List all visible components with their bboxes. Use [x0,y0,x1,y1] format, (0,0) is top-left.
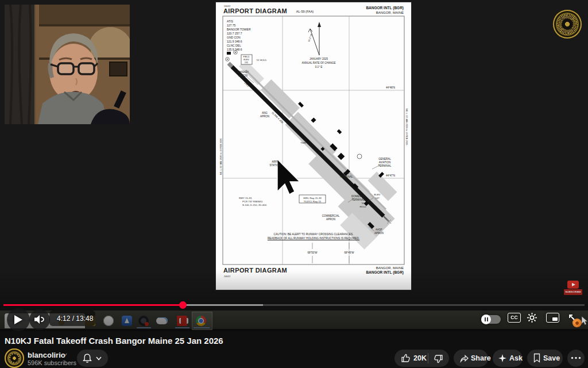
diagram-label: NE-1, 22 JAN 2026 to 19 FEB 2026 [220,139,222,175]
diagram-graphics [216,2,411,290]
diagram-label: PCR 737 R/B/W/U [242,201,262,203]
captions-button[interactable]: CC [508,313,521,323]
diagram-label: 44°48'N [386,87,395,90]
diagram-label: HOLD [359,206,366,208]
diagram-label: ANG [262,112,268,115]
bookmark-icon [533,353,541,363]
desktop-cursor-icon [582,316,588,325]
presenter-illustration [5,5,130,124]
diagram-label: 68°49'W [345,252,354,255]
time-display: 4:12 / 13:48 [57,315,93,323]
diagram-label: 135.9 348.6 [227,48,242,51]
diagram-label: STATION [270,164,281,167]
volume-icon[interactable] [34,315,45,324]
sparkle-icon [498,354,506,362]
more-dots-icon [571,356,581,359]
diagram-label: APRON [374,232,384,235]
diagram-label: APRON [238,75,247,78]
webcam-overlay [5,5,130,124]
diagram-label: AASF [376,229,382,232]
miniplayer-button[interactable] [546,313,559,323]
save-button[interactable]: Save [527,350,563,367]
channel-avatar[interactable] [5,348,24,368]
channel-watermark-logo[interactable] [553,10,582,39]
progress-bar[interactable] [3,304,585,306]
ask-button[interactable]: Ask [493,350,523,367]
diagram-label: 120.7 257.7 [227,32,242,35]
diagram-label: S-100, D-210, 2D-400 [242,204,266,206]
youtube-logo-icon [567,281,579,289]
diagram-label: TWR [300,142,306,144]
diagram-label: ARFF [272,161,278,164]
diagram-label: '15' HOLD [256,59,266,62]
settings-gear-icon[interactable] [527,312,537,323]
pill-divider [428,353,428,363]
diagram-label: 147 [375,197,379,200]
share-label: Share [471,354,491,362]
video-mouse-cursor [277,159,300,194]
verified-badge-icon: ✓ [63,352,68,358]
diagram-label: WHISKEY [237,71,249,74]
diagram-label: TERMINAL [340,176,353,179]
diagram-label: AVIATION [379,162,390,164]
taskbar-underline [175,327,189,328]
diagram-label: 121.9 348.6 [227,40,242,43]
subscribe-badge-label: SUBSCRIBE [564,289,582,295]
diagram-label: BANGOR, MAINE [376,11,404,14]
diagram-label: 44°47'N [386,175,395,178]
diagram-label: AIRPORT DIAGRAM [223,267,287,274]
diagram-label: RWY 15-33 [239,197,252,200]
chrome-icon [196,316,206,326]
subscriber-count: 596K subscribers [28,359,76,366]
share-icon [459,353,469,363]
diagram-label: BANGOR INTL (BGR) [366,6,404,10]
autoplay-knob [481,315,491,324]
diagram-label: APRON [260,116,269,118]
diagram-label: ANNUAL RATE OF CHANGE [301,62,335,65]
diagram-label: 192 [245,62,248,64]
video-player[interactable]: 24022AIRPORT DIAGRAMAL-59 (FAA)BANGOR IN… [0,0,588,331]
more-actions-button[interactable] [567,350,585,367]
airport-diagram-sheet: 24022AIRPORT DIAGRAMAL-59 (FAA)BANGOR IN… [216,2,411,290]
save-label: Save [543,354,560,362]
ask-label: Ask [509,354,523,362]
diagram-label: BANGOR, MAINE [376,266,404,270]
diagram-label: 0.1° E [315,66,322,69]
thumbs-down-icon[interactable] [434,354,443,364]
diagram-label: CLNC DEL [227,44,241,47]
diagram-label: 24022 [224,275,230,278]
youtube-watch-page: 24022AIRPORT DIAGRAMAL-59 (FAA)BANGOR IN… [0,0,588,368]
subscribe-badge[interactable]: SUBSCRIBE [564,280,582,297]
diagram-label: CAUTION: BE ALERT TO RUNWAY CROSSING CLE… [274,233,354,236]
autoplay-toggle[interactable] [481,315,501,324]
diagram-label: 127.75 [227,24,235,27]
clock-app-icon [103,316,114,326]
diagram-label: INTL [343,172,349,175]
video-title: N10KJ Fatal Takeoff Crash Bangor Maine 2… [5,336,223,346]
blue-app-icon [122,316,132,326]
diagram-label: DOMESTIC [351,195,365,198]
like-count[interactable]: 20K [413,354,427,362]
bell-icon [83,353,92,363]
time-display-backdrop: 4:12 / 13:48 [49,310,95,326]
taskbar-underline [194,327,210,328]
diagram-label: AIRPORT DIAGRAM [223,8,287,14]
diagram-label: TERMINAL [352,199,365,202]
diagram-label: HIRL Rwy 15-33 [303,197,321,200]
share-button[interactable]: Share [454,350,488,367]
play-button[interactable] [14,315,23,324]
progress-scrubber[interactable] [179,301,187,309]
diagram-label: BANGOR TOWER [227,28,251,31]
diagram-label: COMMERCIAL [322,215,340,218]
diagram-label: TDZ/CL Rwy 15 [304,201,321,203]
diagram-label: BANGOR INTL (BGR) [366,271,404,275]
channel-name[interactable]: blancolirio [28,351,65,359]
diagram-label: AL-59 (FAA) [296,10,314,14]
notifications-button[interactable] [77,350,108,367]
thumbs-up-icon[interactable] [401,353,411,363]
diagram-label: APRON [326,218,335,221]
diagram-label: GND CON [227,36,241,39]
like-dislike-pill: 20K [394,350,449,367]
diagram-label: NE-1, 22 JAN 2026 to 19 FEB 2026 [405,109,408,145]
diagram-label: TERMINAL [378,165,392,168]
